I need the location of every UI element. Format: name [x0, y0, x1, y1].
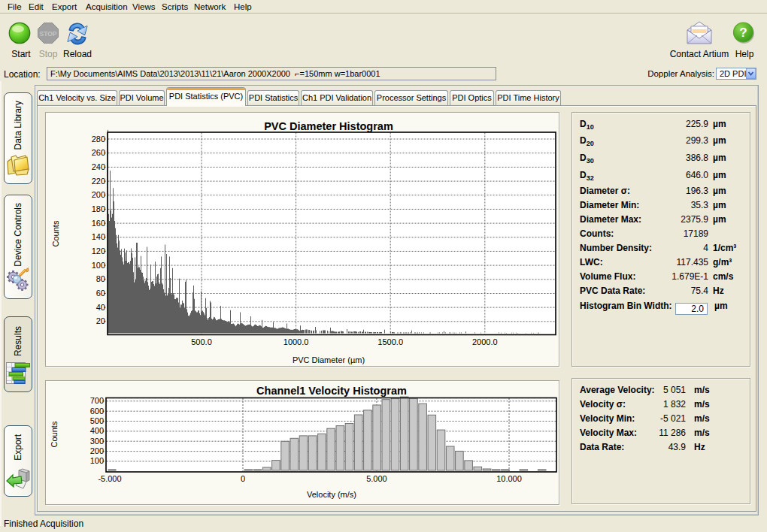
- svg-text:80: 80: [96, 274, 105, 283]
- svg-text:Counts: Counts: [51, 220, 60, 246]
- svg-text:220: 220: [92, 177, 105, 186]
- svg-text:60: 60: [96, 289, 105, 298]
- svg-text:120: 120: [92, 246, 105, 255]
- svg-text:600: 600: [90, 407, 104, 416]
- svg-text:200: 200: [90, 446, 104, 455]
- svg-text:180: 180: [92, 204, 105, 213]
- svg-text:40: 40: [96, 303, 105, 312]
- svg-text:500.0: 500.0: [191, 337, 212, 346]
- svg-text:PVC Diameter Histogram: PVC Diameter Histogram: [264, 120, 393, 132]
- svg-text:100: 100: [92, 261, 105, 270]
- svg-text:700: 700: [90, 396, 104, 405]
- svg-text:500: 500: [90, 416, 104, 425]
- svg-text:5.000: 5.000: [366, 474, 387, 483]
- svg-text:100: 100: [90, 456, 104, 465]
- svg-text:160: 160: [92, 219, 105, 228]
- svg-text:280: 280: [92, 135, 105, 144]
- svg-text:Counts: Counts: [50, 421, 59, 447]
- svg-text:300: 300: [90, 437, 104, 446]
- svg-text:240: 240: [92, 162, 105, 171]
- svg-text:Channel1 Velocity Histogram: Channel1 Velocity Histogram: [256, 385, 407, 397]
- svg-text:10.000: 10.000: [496, 474, 522, 483]
- svg-text:-5.000: -5.000: [98, 474, 121, 483]
- svg-text:Velocity (m/s): Velocity (m/s): [307, 490, 356, 499]
- svg-text:20: 20: [96, 316, 105, 325]
- svg-text:200: 200: [92, 190, 105, 199]
- svg-text:260: 260: [92, 148, 105, 157]
- svg-text:2000.0: 2000.0: [472, 337, 498, 346]
- svg-text:140: 140: [92, 232, 105, 241]
- svg-text:0: 0: [241, 474, 245, 483]
- svg-text:1000.0: 1000.0: [283, 337, 309, 346]
- svg-text:1500.0: 1500.0: [377, 337, 403, 346]
- svg-text:400: 400: [90, 426, 104, 435]
- svg-text:PVC Diameter (µm): PVC Diameter (µm): [293, 355, 365, 364]
